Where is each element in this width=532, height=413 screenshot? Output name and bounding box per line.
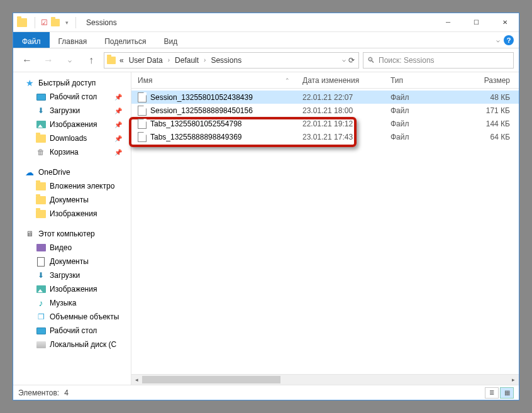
file-type: Файл: [391, 106, 460, 115]
nav-item-label: Документы: [50, 195, 89, 204]
address-bar[interactable]: « User Data › Default › Sessions ⌵ ⟳: [104, 52, 359, 69]
nav-label: Быстрый доступ: [38, 79, 96, 87]
music-icon: ♪: [36, 298, 46, 308]
nav-item[interactable]: 🗑Корзина📌: [13, 145, 131, 159]
nav-item[interactable]: Видео: [13, 241, 131, 255]
bin-icon: 🗑: [36, 147, 46, 157]
ribbon-tab-view[interactable]: Вид: [155, 32, 186, 48]
crumb-2[interactable]: Sessions: [209, 56, 243, 65]
chevron-right-icon: ›: [202, 57, 207, 63]
nav-item[interactable]: ⬇Загрузки: [13, 268, 131, 282]
nav-item-label: Downloads: [50, 134, 87, 143]
nav-item[interactable]: Документы: [13, 193, 131, 207]
nav-item[interactable]: Изображения: [13, 207, 131, 221]
back-button[interactable]: ←: [18, 52, 36, 69]
ribbon-tab-file[interactable]: Файл: [13, 32, 50, 48]
file-row[interactable]: Tabs_1325580105255479822.01.21 19:12Файл…: [131, 117, 519, 130]
crumb-prefix: «: [118, 56, 125, 65]
folder-icon: [36, 181, 46, 191]
file-row[interactable]: Session_1325588889845015623.01.21 18:00Ф…: [131, 104, 519, 117]
maximize-button[interactable]: ☐: [462, 13, 490, 31]
nav-item-label: Объемные объекты: [50, 312, 119, 321]
nav-item[interactable]: Изображения📌: [13, 118, 131, 131]
nav-item[interactable]: Изображения: [13, 282, 131, 296]
folder-icon: [36, 209, 46, 219]
scroll-left-icon[interactable]: ◂: [131, 375, 142, 385]
file-icon: [138, 92, 147, 102]
minimize-button[interactable]: ─: [434, 13, 462, 31]
ribbon-tab-share[interactable]: Поделиться: [96, 32, 155, 48]
h-scrollbar[interactable]: ◂ ▸: [131, 374, 519, 385]
ribbon-expand-icon[interactable]: ⌵: [496, 36, 500, 43]
pics-icon: [36, 119, 46, 129]
nav-item-label: Локальный диск (C: [50, 340, 116, 349]
nav-label: Этот компьютер: [38, 229, 95, 238]
nav-this-pc[interactable]: 🖥 Этот компьютер: [13, 227, 131, 241]
recent-dropdown[interactable]: ⌵: [61, 52, 79, 69]
nav-onedrive[interactable]: ☁ OneDrive: [13, 165, 131, 179]
nav-item[interactable]: Локальный диск (C: [13, 338, 131, 351]
help-icon[interactable]: ?: [504, 35, 514, 45]
view-details-button[interactable]: ≣: [485, 387, 499, 399]
nav-item[interactable]: ❐Объемные объекты: [13, 310, 131, 324]
scroll-thumb[interactable]: [142, 376, 280, 383]
app-icon[interactable]: [17, 18, 27, 27]
nav-item-label: Изображения: [50, 285, 97, 294]
crumb-0[interactable]: User Data: [128, 56, 164, 65]
column-headers: Имя ⌃ Дата изменения Тип Размер: [131, 72, 519, 89]
nav-item[interactable]: Downloads📌: [13, 131, 131, 145]
scroll-right-icon[interactable]: ▸: [508, 375, 519, 385]
nav-item[interactable]: ♪Музыка: [13, 296, 131, 310]
nav-item[interactable]: Рабочий стол: [13, 324, 131, 338]
close-button[interactable]: ✕: [490, 13, 519, 31]
nav-item[interactable]: Документы: [13, 255, 131, 268]
col-size[interactable]: Размер: [460, 76, 510, 85]
nav-item-label: Загрузки: [50, 106, 80, 115]
nav-item[interactable]: Рабочий стол📌: [13, 90, 131, 104]
status-count-label: Элементов:: [18, 388, 59, 397]
pin-icon: 📌: [114, 107, 127, 114]
search-box[interactable]: 🔍︎ Поиск: Sessions: [363, 52, 514, 69]
file-name: Session_13255801052438439: [150, 93, 253, 102]
nav-item[interactable]: Вложения электро: [13, 179, 131, 193]
video-icon: [36, 243, 46, 253]
view-icons-button[interactable]: ▦: [500, 387, 514, 399]
nav-item-label: Корзина: [50, 148, 79, 157]
file-type: Файл: [391, 93, 460, 102]
qat-newfolder-icon[interactable]: [50, 18, 60, 28]
col-name[interactable]: Имя ⌃: [138, 76, 302, 85]
ribbon-tab-home[interactable]: Главная: [50, 32, 96, 48]
scroll-track[interactable]: [142, 375, 508, 385]
qat-properties-icon[interactable]: ☑: [39, 18, 49, 28]
explorer-window: ☑ ▾ Sessions ─ ☐ ✕ Файл Главная Поделить…: [13, 13, 519, 400]
addr-history-icon[interactable]: ⌵: [342, 56, 346, 65]
nav-pane[interactable]: ★ Быстрый доступ Рабочий стол📌⬇Загрузки📌…: [13, 72, 131, 385]
nav-label: OneDrive: [38, 168, 70, 177]
file-row[interactable]: Tabs_1325588889884936923.01.21 17:43Файл…: [131, 130, 519, 143]
nav-item-label: Видео: [50, 243, 72, 252]
folder-icon: [36, 195, 46, 205]
file-size: 144 КБ: [460, 119, 510, 128]
down-icon: ⬇: [36, 106, 46, 116]
search-placeholder: Поиск: Sessions: [379, 56, 435, 65]
file-name: Tabs_13255801052554798: [150, 119, 241, 128]
nav-item[interactable]: ⬇Загрузки📌: [13, 104, 131, 118]
nav-item-label: Вложения электро: [50, 182, 114, 190]
file-row[interactable]: Session_1325580105243843922.01.21 22:07Ф…: [131, 91, 519, 104]
titlebar: ☑ ▾ Sessions ─ ☐ ✕: [13, 13, 519, 32]
col-type[interactable]: Тип: [391, 76, 460, 85]
nav-quick-access[interactable]: ★ Быстрый доступ: [13, 76, 131, 90]
status-bar: Элементов: 4 ≣ ▦: [13, 385, 519, 400]
file-list[interactable]: Session_1325580105243843922.01.21 22:07Ф…: [131, 89, 519, 143]
crumb-1[interactable]: Default: [174, 56, 200, 65]
docs-icon: [36, 256, 46, 267]
up-button[interactable]: ↑: [82, 52, 100, 69]
forward-button[interactable]: →: [40, 52, 57, 69]
file-name: Tabs_13255888898849369: [150, 133, 241, 141]
refresh-icon[interactable]: ⟳: [348, 56, 355, 65]
qat-dropdown-icon[interactable]: ▾: [62, 18, 72, 28]
nav-item-label: Документы: [50, 257, 89, 266]
col-date[interactable]: Дата изменения: [302, 76, 391, 85]
nav-item-label: Изображения: [50, 209, 97, 218]
onedrive-icon: ☁: [25, 167, 35, 177]
